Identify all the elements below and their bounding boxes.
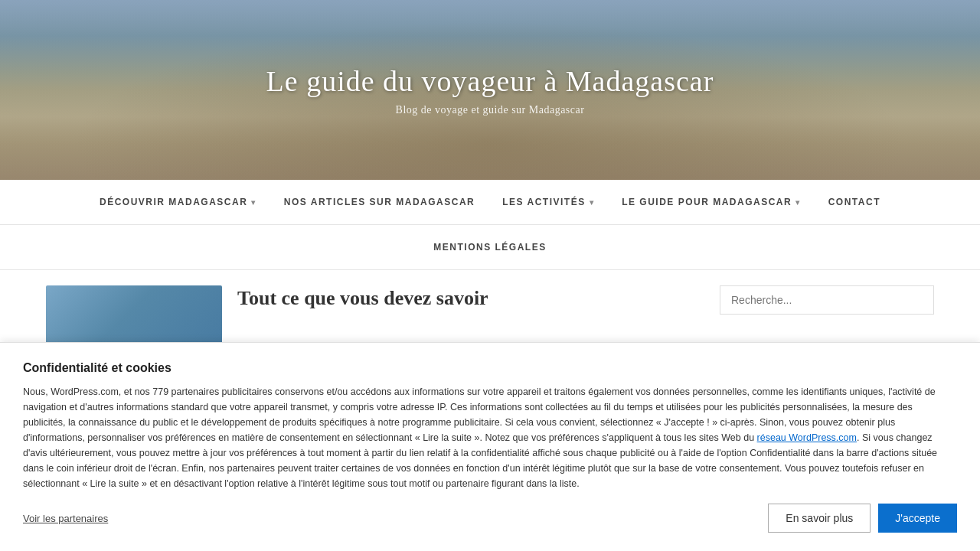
search-input[interactable]: [720, 285, 934, 315]
nav-item-decouvrir[interactable]: DÉCOUVRIR MADAGASCAR ▾: [86, 180, 270, 224]
nav-label-articles: NOS ARTICLES SUR MADAGASCAR: [284, 197, 475, 207]
cookie-text: Nous, WordPress.com, et nos 779 partenai…: [23, 384, 957, 400]
nav-item-contact[interactable]: CONTACT: [815, 180, 894, 224]
nav-item-guide[interactable]: LE GUIDE POUR MADAGASCAR ▾: [608, 180, 815, 224]
chevron-down-icon: ▾: [590, 198, 595, 207]
cookie-banner: Confidentialité et cookies Nous, WordPre…: [0, 342, 980, 400]
nav-item-articles[interactable]: NOS ARTICLES SUR MADAGASCAR: [270, 180, 488, 224]
navigation: DÉCOUVRIR MADAGASCAR ▾ NOS ARTICLES SUR …: [0, 180, 980, 270]
nav-label-contact: CONTACT: [828, 197, 880, 207]
nav-secondary: MENTIONS LÉGALES: [0, 225, 980, 269]
cookie-text-part1: Nous, WordPress.com, et nos 779 partenai…: [23, 386, 936, 400]
nav-label-activites: LES ACTIVITÉS: [502, 197, 585, 207]
nav-label-guide: LE GUIDE POUR MADAGASCAR: [622, 197, 792, 207]
nav-primary: DÉCOUVRIR MADAGASCAR ▾ NOS ARTICLES SUR …: [0, 180, 980, 225]
site-subtitle: Blog de voyage et guide sur Madagascar: [396, 104, 585, 116]
chevron-down-icon: ▾: [251, 198, 256, 207]
cookie-title: Confidentialité et cookies: [23, 361, 957, 375]
nav-item-activites[interactable]: LES ACTIVITÉS ▾: [488, 180, 608, 224]
hero-banner: Le guide du voyageur à Madagascar Blog d…: [0, 0, 980, 180]
site-title: Le guide du voyageur à Madagascar: [266, 64, 714, 98]
chevron-down-icon: ▾: [795, 198, 801, 207]
nav-label-mentions: MENTIONS LÉGALES: [433, 242, 546, 253]
nav-label-decouvrir: DÉCOUVRIR MADAGASCAR: [100, 197, 247, 207]
article-title: Tout ce que vous devez savoir: [237, 285, 488, 311]
nav-item-mentions[interactable]: MENTIONS LÉGALES: [420, 225, 560, 269]
